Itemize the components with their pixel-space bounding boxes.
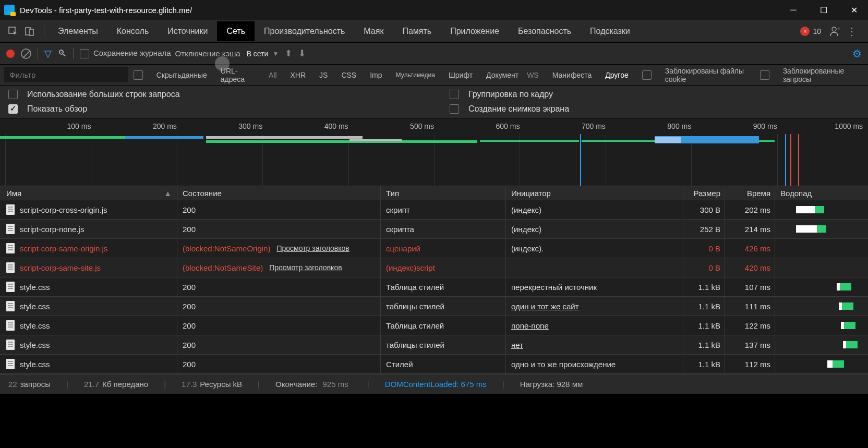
clear-button[interactable] <box>21 49 31 59</box>
search-icon[interactable]: 🔍︎ <box>58 49 67 59</box>
tab-Память[interactable]: Память <box>393 21 441 41</box>
blocked-requests-checkbox[interactable] <box>760 70 774 79</box>
request-initiator: один и тот же сайт <box>506 297 683 316</box>
col-initiator[interactable]: Инициатор <box>506 186 683 200</box>
request-size: 252 B <box>683 220 725 238</box>
request-size: 0 B <box>683 239 725 258</box>
filter-ws[interactable]: WS <box>523 69 543 81</box>
timeline-overview[interactable]: 100 ms200 ms300 ms400 ms500 ms600 ms700 … <box>0 118 868 186</box>
request-status: 200 <box>183 225 196 234</box>
request-name: style.css <box>20 302 50 311</box>
filter-js[interactable]: JS <box>315 69 332 81</box>
file-icon <box>6 359 15 369</box>
filter-other[interactable]: Другое <box>601 69 632 81</box>
col-status[interactable]: Состояние <box>177 186 381 200</box>
hide-data-checkbox[interactable] <box>134 70 147 79</box>
more-icon[interactable]: ⋮ <box>845 25 859 38</box>
file-icon <box>6 301 15 311</box>
dcl-status: DOMContentLoaded: 675 ms <box>385 380 487 389</box>
disable-cache-label[interactable]: Отключение кэша <box>175 49 240 58</box>
file-icon <box>6 340 15 350</box>
sort-icon: ▲ <box>164 189 172 198</box>
filter-all[interactable]: All <box>264 69 281 81</box>
minimize-button[interactable]: ─ <box>789 5 798 15</box>
close-button[interactable]: ✕ <box>849 5 859 15</box>
table-row[interactable]: script-corp-same-site.js(blocked:NotSame… <box>0 258 868 277</box>
tab-Источники[interactable]: Источники <box>158 21 217 41</box>
request-waterfall <box>775 239 868 258</box>
tab-Производительность[interactable]: Производительность <box>255 21 354 41</box>
request-size: 1.1 kB <box>683 297 725 316</box>
filter-icon[interactable]: ▽ <box>44 48 52 59</box>
tab-Элементы[interactable]: Элементы <box>49 21 107 41</box>
col-time[interactable]: Время <box>725 186 775 200</box>
col-name[interactable]: Имя▲ <box>0 186 177 200</box>
table-row[interactable]: script-corp-cross-origin.js200скрипт(инд… <box>0 200 868 220</box>
file-icon <box>6 204 15 215</box>
tab-Приложение[interactable]: Приложение <box>441 21 509 41</box>
filter-media[interactable]: Мультимедиа <box>392 69 439 81</box>
preserve-log-checkbox[interactable]: Сохранение журнала <box>80 49 171 58</box>
request-name: script-corp-same-site.js <box>20 263 101 272</box>
request-status: 200 <box>183 302 196 311</box>
request-waterfall <box>775 258 868 277</box>
request-time: 137 ms <box>725 335 775 354</box>
request-name: script-corp-cross-origin.js <box>20 205 107 214</box>
tab-Консоль[interactable]: Консоль <box>107 21 158 41</box>
group-frame-checkbox[interactable]: Группировка по кадру <box>450 90 860 99</box>
request-size: 0 B <box>683 258 725 277</box>
filter-font[interactable]: Шрифт <box>444 69 477 81</box>
table-row[interactable]: style.css200таблицы стилейнет1.1 kB137 m… <box>0 335 868 355</box>
throttling-select[interactable]: В сети ▼ <box>247 50 279 58</box>
timeline-tick: 500 ms <box>348 122 434 130</box>
request-time: 214 ms <box>725 220 775 238</box>
inspect-icon[interactable] <box>6 25 20 38</box>
download-icon[interactable]: ⬇ <box>298 48 306 59</box>
screenshots-checkbox[interactable]: Создание снимков экрана <box>450 104 860 114</box>
tab-Безопасность[interactable]: Безопасность <box>509 21 581 41</box>
file-icon <box>6 320 15 331</box>
table-row[interactable]: style.css200таблицы стилейодин и тот же … <box>0 297 868 316</box>
file-icon <box>6 262 15 273</box>
request-waterfall <box>775 335 868 354</box>
device-icon[interactable] <box>23 25 37 38</box>
error-badge[interactable]: × 10 <box>800 27 821 36</box>
blocked-cookies-checkbox[interactable] <box>642 70 656 79</box>
maximize-button[interactable]: ☐ <box>819 5 828 15</box>
filter-doc[interactable]: Документ <box>482 69 523 81</box>
tab-Подсказки[interactable]: Подсказки <box>581 21 640 41</box>
divider <box>38 49 38 59</box>
col-size[interactable]: Размер <box>683 186 725 200</box>
table-row[interactable]: script-corp-same-origin.js(blocked:NotSa… <box>0 239 868 258</box>
request-size: 1.1 kB <box>683 277 725 296</box>
filter-input[interactable] <box>4 67 128 82</box>
table-row[interactable]: style.css200Таблица стилейnone-none1.1 k… <box>0 316 868 335</box>
profile-icon[interactable]: + <box>828 25 842 38</box>
upload-icon[interactable]: ⬆ <box>285 48 292 59</box>
col-waterfall[interactable]: Водопад <box>775 186 868 200</box>
request-initiator: перекрестный источник <box>506 277 683 296</box>
filter-manifest[interactable]: Манифеста <box>548 69 596 81</box>
request-status: (blocked:NotSameOrigin) <box>183 244 270 253</box>
col-type[interactable]: Тип <box>381 186 506 200</box>
show-overview-checkbox[interactable]: Показать обзор <box>8 104 418 114</box>
tab-Маяк[interactable]: Маяк <box>354 21 393 41</box>
settings-gear-icon[interactable]: ⚙ <box>852 47 862 60</box>
tab-Сеть[interactable]: Сеть <box>217 21 255 41</box>
file-icon <box>6 282 15 292</box>
filter-xhr[interactable]: XHR <box>286 69 310 81</box>
table-row[interactable]: style.css200Стилейодно и то же происхожд… <box>0 355 868 374</box>
filter-css[interactable]: CSS <box>337 69 360 81</box>
request-name: style.css <box>20 321 50 330</box>
table-row[interactable]: style.css200Таблица стилейперекрестный и… <box>0 277 868 297</box>
large-rows-checkbox[interactable]: Использование больших строк запроса <box>8 90 418 99</box>
record-button[interactable] <box>6 50 15 58</box>
request-initiator <box>506 258 683 277</box>
request-type: скрипта <box>381 220 506 238</box>
request-status: (blocked:NotSameSite) <box>183 263 263 272</box>
request-initiator: (индекс). <box>506 239 683 258</box>
svg-text:+: + <box>837 26 840 32</box>
table-row[interactable]: script-corp-none.js200скрипта(индекс)252… <box>0 220 868 239</box>
blocked-cookies-label: Заблокированы файлы cookie <box>661 65 755 86</box>
filter-img[interactable]: Imp <box>366 69 386 81</box>
